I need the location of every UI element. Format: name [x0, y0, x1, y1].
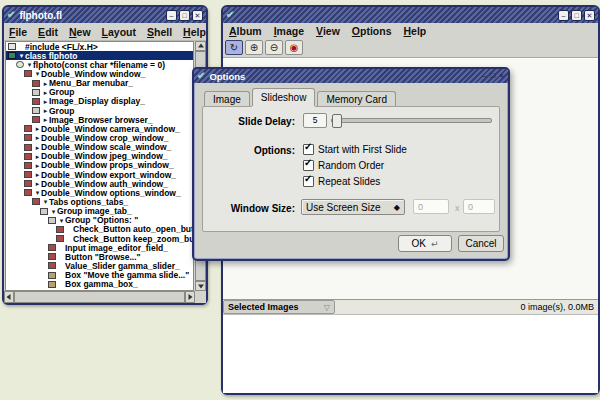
tab[interactable]: Memory Card — [317, 91, 396, 106]
selected-images-chooser[interactable]: Selected Images ▽ — [223, 300, 335, 314]
tree-horizontal-scrollbar[interactable] — [4, 291, 195, 303]
tab[interactable]: Image — [204, 91, 250, 106]
image-count-status: 0 image(s), 0.0MB — [335, 300, 598, 314]
dialog-button-row: OK ↵ Cancel — [194, 235, 508, 255]
options-label: Options: — [203, 145, 295, 156]
zoom-out-icon[interactable]: ⊖ — [265, 40, 283, 55]
scroll-thumb[interactable] — [14, 291, 185, 303]
menu-item[interactable]: File — [9, 26, 27, 38]
height-field[interactable]: 0 — [463, 199, 495, 214]
album-titlebar[interactable]: ✔ –□✕ — [223, 7, 598, 23]
tree-row[interactable]: ▸ Image_Display display_ — [6, 97, 194, 106]
tree-node-icon — [32, 107, 40, 114]
tree-expand-arrow[interactable]: ▸ — [34, 153, 41, 160]
tree-expand-arrow[interactable]: ▸ — [34, 144, 41, 151]
selected-images-label: Selected Images — [228, 302, 299, 312]
checkbox-row[interactable]: ✓ Random Order — [303, 159, 384, 171]
tree-expand-arrow[interactable]: ▸ — [42, 80, 49, 87]
menu-item[interactable]: Edit — [38, 26, 58, 38]
dialog-control-button[interactable]: □ — [489, 72, 496, 80]
chooser-triangle-icon: ▽ — [324, 303, 330, 312]
window-controls: –□✕ — [166, 10, 203, 21]
scroll-up-icon[interactable] — [195, 41, 206, 51]
checkbox[interactable]: ✓ — [303, 176, 314, 187]
pan-rotate-icon[interactable]: ↻ — [225, 40, 243, 55]
window-control-button[interactable]: □ — [179, 10, 190, 21]
tree-expand-arrow[interactable]: ▾ — [42, 198, 49, 205]
window-control-button[interactable]: ✕ — [584, 10, 595, 21]
scroll-left-icon[interactable] — [4, 291, 14, 303]
tree-expand-arrow[interactable]: ▸ — [42, 89, 49, 96]
menu-item[interactable]: Layout — [102, 26, 136, 38]
slide-delay-value[interactable]: 5 — [303, 113, 327, 128]
menu-item[interactable]: Options — [352, 25, 392, 37]
tree-node-icon — [8, 43, 16, 50]
slider-groove — [331, 118, 492, 123]
dialog-titlebar[interactable]: ✔ Options –□× — [194, 69, 508, 83]
tree-node-icon — [48, 244, 56, 251]
tree-expand-arrow[interactable]: ▸ — [42, 107, 49, 114]
menu-item[interactable]: View — [316, 25, 340, 37]
window-size-label: Window Size: — [203, 203, 295, 214]
cancel-button[interactable]: Cancel — [458, 235, 504, 252]
slider-handle[interactable] — [332, 114, 342, 128]
tree-expand-arrow[interactable]: ▸ — [34, 125, 41, 132]
checkbox-label: Random Order — [318, 160, 384, 171]
tab-label: Memory Card — [326, 94, 387, 105]
dialog-control-button[interactable]: – — [481, 72, 487, 80]
checkbox[interactable]: ✓ — [303, 144, 314, 155]
ok-label: OK — [412, 238, 426, 249]
window-control-button[interactable]: – — [166, 10, 177, 21]
app-icon: ✔ — [197, 71, 205, 81]
dialog-control-button[interactable]: × — [498, 72, 505, 80]
slideshow-icon[interactable]: ◉ — [285, 40, 303, 55]
selected-images-list[interactable] — [223, 314, 598, 393]
tree-expand-arrow[interactable]: ▾ — [34, 70, 41, 77]
tree-expand-arrow[interactable]: ▸ — [34, 180, 41, 187]
width-field[interactable]: 0 — [413, 199, 449, 214]
menu-item[interactable]: Help — [183, 26, 206, 38]
tree-node-icon — [8, 52, 16, 59]
tree-expand-arrow[interactable]: ▾ — [58, 217, 65, 224]
checkbox[interactable]: ✓ — [303, 160, 314, 171]
tree-node-icon — [48, 253, 56, 260]
menu-item[interactable]: Image — [274, 25, 304, 37]
tree-row[interactable]: ▸ Menu_Bar menubar_ — [6, 79, 194, 88]
menu-item[interactable]: Album — [229, 25, 262, 37]
scroll-right-icon[interactable] — [185, 291, 195, 303]
tree-expand-arrow[interactable]: ▾ — [18, 52, 25, 59]
checkbox-row[interactable]: ✓ Repeat Slides — [303, 175, 380, 187]
tree-expand-arrow[interactable]: ▸ — [34, 162, 41, 169]
fluid-titlebar[interactable]: ✔ flphoto.fl –□✕ — [4, 7, 206, 23]
scroll-down-icon[interactable] — [195, 281, 206, 291]
tree-expand-arrow[interactable]: ▸ — [34, 134, 41, 141]
window-control-button[interactable]: ✕ — [192, 10, 203, 21]
zoom-in-icon[interactable]: ⊕ — [245, 40, 263, 55]
tree-expand-arrow[interactable]: ▸ — [42, 116, 49, 123]
dialog-body: ImageSlideshowMemory Card Slide Delay: 5… — [194, 83, 508, 259]
dropdown-value: Use Screen Size — [306, 202, 380, 213]
tree-expand-arrow[interactable]: ▸ — [34, 171, 41, 178]
tree-expand-arrow[interactable]: ▾ — [50, 208, 57, 215]
dropdown-diamond-icon: ◆ — [394, 203, 400, 212]
menu-item[interactable]: New — [69, 26, 91, 38]
tab[interactable]: Slideshow — [252, 88, 316, 106]
tree-node-icon — [24, 125, 32, 132]
window-control-button[interactable]: – — [558, 10, 569, 21]
tree-expand-arrow[interactable]: ▸ — [42, 98, 49, 105]
window-control-button[interactable]: □ — [571, 10, 582, 21]
tree-node-icon — [24, 189, 32, 196]
checkbox-row[interactable]: ✓ Start with First Slide — [303, 143, 407, 155]
menu-item[interactable]: Help — [403, 25, 426, 37]
slide-delay-slider[interactable] — [331, 114, 492, 126]
menu-item[interactable]: Shell — [147, 26, 172, 38]
fluid-window: ✔ flphoto.fl –□✕ FileEditNewLayoutShellH… — [2, 5, 208, 305]
tree-expand-arrow[interactable]: ▾ — [34, 189, 41, 196]
tree-node-icon — [48, 272, 56, 279]
dialog-title: Options — [209, 71, 245, 82]
tree-row[interactable]: Box gamma_box_ — [6, 280, 194, 289]
tree-node-icon — [24, 171, 32, 178]
ok-button[interactable]: OK ↵ — [398, 235, 452, 252]
tree-expand-arrow[interactable]: ▾ — [26, 61, 33, 68]
window-size-dropdown[interactable]: Use Screen Size ◆ — [301, 199, 405, 215]
